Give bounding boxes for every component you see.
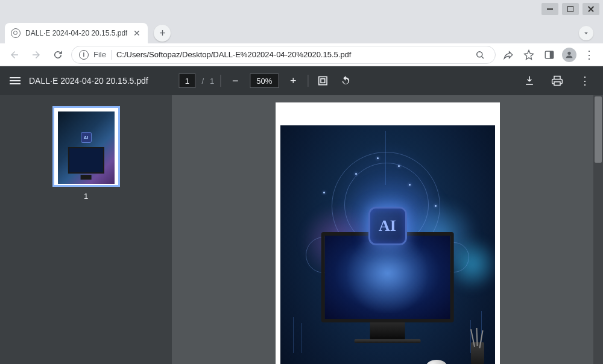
- zoom-out-button[interactable]: −: [227, 72, 244, 89]
- browser-menu-button[interactable]: ⋮: [581, 48, 597, 61]
- pdf-menu-button[interactable]: ⋮: [576, 72, 593, 89]
- pdf-thumbnail-sidebar: AI 1: [0, 95, 172, 364]
- reload-button[interactable]: [49, 46, 66, 63]
- tab-favicon-icon: [11, 28, 21, 38]
- site-info-icon[interactable]: i: [79, 50, 89, 60]
- side-panel-icon[interactable]: [541, 47, 557, 63]
- pdf-filename: DALL·E 2024-04-20 20.15.5.pdf: [29, 76, 148, 86]
- pdf-toolbar: DALL·E 2024-04-20 20.15.5.pdf 1 / 1 − 50…: [0, 66, 603, 95]
- pdf-page-image: AI: [280, 125, 495, 364]
- svg-point-0: [477, 51, 482, 57]
- window-minimize-button[interactable]: [541, 3, 558, 15]
- forward-button[interactable]: [28, 46, 45, 63]
- address-bar-row: i File C:/Users/Softopaz/Desktop/DALL-E%…: [0, 43, 603, 66]
- zoom-in-button[interactable]: +: [285, 72, 302, 89]
- pdf-viewer-body: AI 1: [0, 95, 603, 364]
- url-scheme-label: File: [93, 50, 106, 59]
- svg-rect-4: [319, 77, 327, 84]
- back-button[interactable]: [6, 46, 23, 63]
- omnibox[interactable]: i File C:/Users/Softopaz/Desktop/DALL-E%…: [71, 46, 496, 64]
- window-maximize-button[interactable]: [562, 3, 579, 15]
- tab-strip: DALL·E 2024-04-20 20.15.5.pdf ✕ +: [0, 18, 603, 43]
- toolbar-divider: [308, 75, 308, 87]
- bookmark-star-icon[interactable]: [521, 47, 537, 63]
- svg-rect-5: [321, 79, 325, 83]
- profile-avatar-icon[interactable]: [562, 48, 576, 62]
- zoom-level-input[interactable]: 50%: [250, 74, 279, 88]
- pdf-sidebar-toggle-icon[interactable]: [10, 77, 21, 84]
- window-controls: [0, 0, 603, 18]
- pdf-main-area[interactable]: AI: [172, 95, 603, 364]
- pdf-thumbnail-image: AI: [58, 111, 115, 184]
- pdf-page-total: 1: [210, 77, 214, 86]
- svg-rect-2: [550, 51, 554, 58]
- rotate-button[interactable]: [337, 72, 354, 89]
- fit-page-button[interactable]: [314, 72, 331, 89]
- tab-title: DALL·E 2024-04-20 20.15.5.pdf: [25, 29, 127, 37]
- download-button[interactable]: [521, 72, 538, 89]
- pdf-thumbnail[interactable]: AI: [52, 106, 120, 187]
- share-icon[interactable]: [500, 47, 516, 63]
- scrollbar-thumb[interactable]: [595, 96, 602, 163]
- tab-close-button[interactable]: ✕: [132, 28, 142, 38]
- omnibox-divider: [111, 50, 112, 60]
- svg-point-3: [567, 51, 570, 54]
- toolbar-divider: [220, 75, 221, 87]
- window-close-button[interactable]: [582, 3, 599, 15]
- pdf-page-separator: /: [201, 77, 204, 86]
- ai-badge-text: AI: [368, 207, 407, 245]
- pdf-thumbnail-label: 1: [84, 192, 88, 201]
- pdf-page-input[interactable]: 1: [178, 74, 195, 88]
- print-button[interactable]: [549, 72, 566, 89]
- new-tab-button[interactable]: +: [154, 25, 171, 42]
- tab-search-button[interactable]: [579, 26, 593, 40]
- search-lens-icon[interactable]: [472, 47, 488, 63]
- browser-tab[interactable]: DALL·E 2024-04-20 20.15.5.pdf ✕: [5, 23, 148, 43]
- vertical-scrollbar[interactable]: [593, 95, 603, 364]
- pdf-page: AI: [276, 102, 500, 364]
- url-text: C:/Users/Softopaz/Desktop/DALL-E%202024-…: [116, 50, 467, 59]
